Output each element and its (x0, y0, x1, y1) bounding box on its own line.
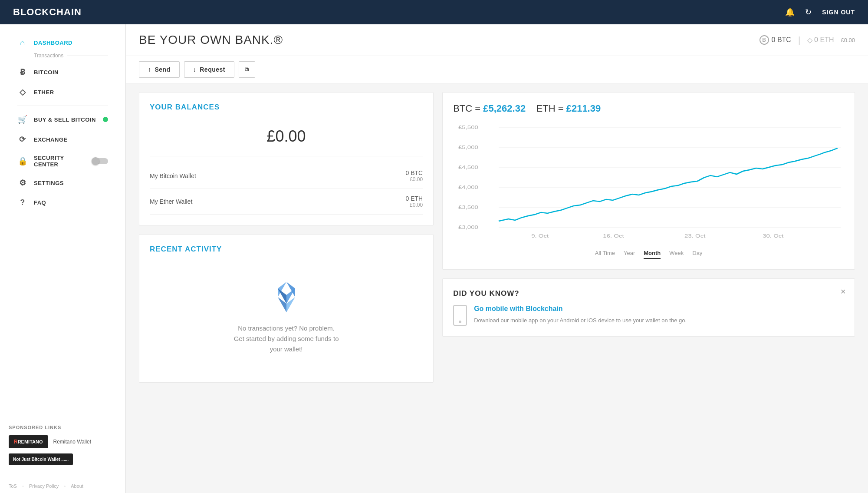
btc-amount: 0 BTC (772, 36, 791, 44)
notification-icon[interactable]: 🔔 (785, 7, 795, 17)
sidebar-label-dashboard: DASHBOARD (34, 40, 108, 46)
sponsor2[interactable]: Remitano Wallet (53, 439, 92, 445)
tab-day[interactable]: Day (692, 250, 702, 259)
btc-icon: B (760, 35, 769, 45)
main-header: BE YOUR OWN BANK.® B 0 BTC | ◇ 0 ETH £0.… (126, 24, 868, 56)
copy-icon: ⧉ (245, 66, 249, 73)
svg-text:£3,000: £3,000 (458, 225, 478, 230)
did-you-know-content: Go mobile with Blockchain Download our m… (453, 305, 844, 326)
sidebar-label-exchange: EXCHANGE (34, 136, 108, 143)
signout-button[interactable]: SIGN OUT (822, 9, 855, 16)
recent-activity-title: RECENT ACTIVITY (150, 245, 423, 254)
dashboard-icon: ⌂ (17, 38, 28, 47)
sidebar-item-buy-sell[interactable]: 🛒 BUY & SELL BITCOIN (9, 109, 117, 129)
refresh-icon[interactable]: ↻ (805, 7, 812, 17)
request-button[interactable]: ↓ Request (184, 61, 234, 78)
eth-symbol: ◇ (807, 36, 812, 44)
svg-text:23. Oct: 23. Oct (684, 234, 706, 239)
right-column: BTC = £5,262.32 ETH = £211.39 £5,500 £ (442, 92, 855, 383)
eth-amount: 0 ETH (814, 36, 834, 44)
ether-fiat-amount: £0.00 (405, 202, 423, 208)
main-header-right: B 0 BTC | ◇ 0 ETH £0.00 (760, 35, 855, 45)
security-toggle[interactable] (92, 158, 108, 164)
cart-icon: 🛒 (17, 115, 28, 124)
price-chart: £5,500 £5,000 £4,500 £4,000 £3,500 £3,00… (453, 121, 844, 243)
send-icon: ↑ (148, 66, 151, 73)
ether-wallet-row: My Ether Wallet 0 ETH £0.00 (150, 189, 423, 215)
chart-rates: BTC = £5,262.32 ETH = £211.39 (453, 103, 844, 114)
ether-crypto-amount: 0 ETH (405, 195, 423, 202)
bitcoin-icon: Ƀ (17, 67, 28, 77)
sidebar-item-bitcoin[interactable]: Ƀ BITCOIN (9, 62, 117, 82)
sponsor3-badge[interactable]: Not Just Bitcoin Wallet ...... (9, 453, 73, 465)
app-logo: BLOCKCHAIN (13, 7, 82, 18)
sponsored-title: SPONSORED LINKS (9, 425, 117, 430)
sidebar-label-bitcoin: BITCOIN (34, 69, 108, 76)
tab-week[interactable]: Week (669, 250, 684, 259)
send-label: Send (155, 66, 171, 73)
svg-text:£4,000: £4,000 (458, 185, 478, 190)
sidebar-item-faq[interactable]: ? FAQ (9, 193, 117, 212)
sidebar-label-security: SECURITY CENTER (34, 155, 85, 168)
btc-value: £5,262.32 (483, 103, 526, 114)
svg-text:£4,500: £4,500 (458, 165, 478, 170)
sponsor1-label: R (14, 439, 18, 445)
gbp-amount: £0.00 (841, 37, 855, 43)
main-header-left: BE YOUR OWN BANK.® (139, 33, 283, 47)
sidebar-footer: ToS ◦ Privacy Policy ◦ About (0, 479, 125, 493)
balances-card: YOUR BALANCES £0.00 My Bitcoin Wallet 0 … (139, 92, 434, 225)
footer-dot1: ◦ (22, 483, 24, 489)
recent-activity-card: RECENT ACTIVITY No transactions y (139, 234, 434, 383)
sidebar-item-ether[interactable]: ◇ ETHER (9, 82, 117, 102)
exchange-icon: ⟳ (17, 135, 28, 144)
did-you-know-link[interactable]: Go mobile with Blockchain (474, 305, 687, 313)
bitcoin-crypto-amount: 0 BTC (405, 169, 423, 176)
sponsored-links-2: Not Just Bitcoin Wallet ...... (9, 453, 117, 465)
chart-tabs: All Time Year Month Week Day (453, 250, 844, 259)
sidebar-item-security[interactable]: 🔒 SECURITY CENTER (9, 149, 117, 173)
bitcoin-wallet-name: My Bitcoin Wallet (150, 172, 196, 179)
did-you-know-card: ✕ DID YOU KNOW? Go mobile with Blockchai… (442, 278, 855, 337)
chart-header: BTC = £5,262.32 ETH = £211.39 (453, 103, 844, 114)
did-you-know-title: DID YOU KNOW? (453, 289, 844, 298)
copy-button[interactable]: ⧉ (239, 61, 255, 78)
sidebar-label-faq: FAQ (34, 199, 108, 206)
sponsor1[interactable]: RREMITANO (9, 435, 48, 448)
bitcoin-fiat-amount: £0.00 (405, 176, 423, 182)
footer-tos[interactable]: ToS (9, 483, 17, 489)
svg-text:30. Oct: 30. Oct (763, 234, 784, 239)
action-buttons: ↑ Send ↓ Request ⧉ (126, 56, 868, 83)
tab-all-time[interactable]: All Time (595, 250, 615, 259)
sponsored-links: RREMITANO Remitano Wallet (9, 435, 117, 448)
sidebar-item-settings[interactable]: ⚙ SETTINGS (9, 173, 117, 193)
empty-state-text: No transactions yet? No problem.Get star… (234, 323, 339, 354)
sidebar-item-exchange[interactable]: ⟳ EXCHANGE (9, 129, 117, 149)
tab-month[interactable]: Month (644, 250, 661, 259)
footer-privacy[interactable]: Privacy Policy (29, 483, 59, 489)
sponsor1-text: REMITANO (18, 439, 43, 444)
sponsor2-label: Remitano Wallet (53, 439, 92, 445)
svg-text:£3,500: £3,500 (458, 205, 478, 210)
bitcoin-wallet-row: My Bitcoin Wallet 0 BTC £0.00 (150, 163, 423, 189)
main-content: BE YOUR OWN BANK.® B 0 BTC | ◇ 0 ETH £0.… (126, 24, 868, 493)
faq-icon: ? (17, 198, 28, 207)
top-nav-right: 🔔 ↻ SIGN OUT (785, 7, 855, 17)
balance-separator: | (798, 35, 800, 45)
did-you-know-close-button[interactable]: ✕ (840, 288, 846, 296)
sidebar-item-dashboard[interactable]: ⌂ DASHBOARD (9, 33, 117, 53)
did-you-know-text-area: Go mobile with Blockchain Download our m… (474, 305, 687, 325)
balance-total: £0.00 (150, 120, 423, 156)
sidebar-transactions-label: Transactions (9, 53, 117, 62)
send-button[interactable]: ↑ Send (139, 61, 180, 78)
ether-wallet-name: My Ether Wallet (150, 198, 192, 205)
btc-label: BTC = (453, 103, 480, 114)
tab-year[interactable]: Year (624, 250, 635, 259)
btc-balance: B 0 BTC (760, 35, 791, 45)
footer-about[interactable]: About (71, 483, 83, 489)
svg-text:£5,000: £5,000 (458, 145, 478, 150)
svg-text:£5,500: £5,500 (458, 125, 478, 130)
sponsor1-badge[interactable]: RREMITANO (9, 435, 48, 448)
sidebar-label-settings: SETTINGS (34, 180, 108, 186)
eth-label: ETH = (536, 103, 564, 114)
svg-text:16. Oct: 16. Oct (603, 234, 624, 239)
